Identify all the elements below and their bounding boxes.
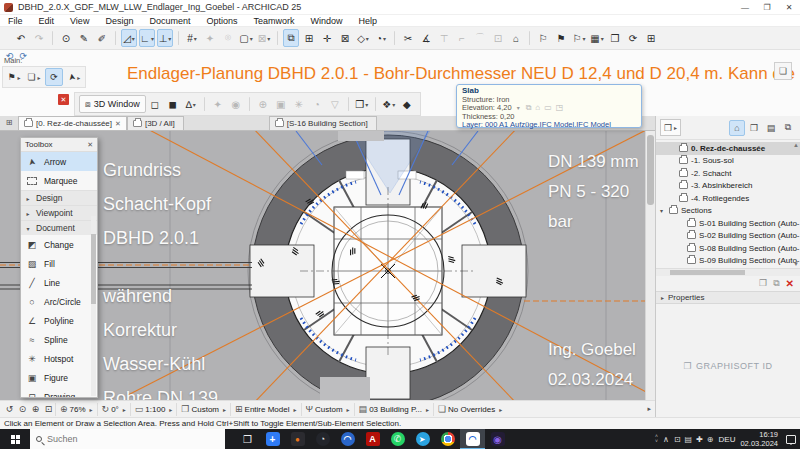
- favorites-cloud-icon[interactable]: ⚐: [571, 29, 587, 47]
- tree-item[interactable]: 0. Rez-de-chaussée: [656, 142, 800, 155]
- pan-zoom-icon[interactable]: ⊙: [58, 29, 74, 47]
- tab-overview-icon[interactable]: ⊞: [0, 116, 18, 130]
- undo-icon[interactable]: ↶: [13, 29, 29, 47]
- redo-icon[interactable]: ↷: [31, 29, 47, 47]
- toolbox-tool[interactable]: ≈ Spline: [21, 330, 97, 349]
- tooltip-zone-icon[interactable]: ⌂: [535, 104, 540, 113]
- tree-expand-icon[interactable]: ▾: [660, 207, 666, 214]
- camera-icon[interactable]: ▣: [273, 95, 289, 113]
- sun-icon[interactable]: ✳: [291, 95, 307, 113]
- wireframe-icon[interactable]: ◻: [147, 95, 163, 113]
- toolbox-tool[interactable]: ∠ Polyline: [21, 311, 97, 330]
- navigator-delete-icon[interactable]: ✕: [786, 278, 794, 289]
- project-chooser-button[interactable]: ❐: [660, 119, 681, 136]
- minimize-button[interactable]: —: [734, 0, 756, 15]
- menu-item[interactable]: Edit: [31, 15, 63, 27]
- toolbox-tool[interactable]: ○ Arc/Circle: [21, 292, 97, 311]
- archicad-active-icon[interactable]: ◠: [460, 429, 485, 449]
- toolbox-tool[interactable]: ▣ Figure: [21, 368, 97, 387]
- tree-item[interactable]: S-02 Building Section (Auto-: [656, 230, 800, 243]
- view-map-icon[interactable]: ❐: [746, 120, 762, 136]
- layout-book-icon[interactable]: ▤: [763, 120, 779, 136]
- menu-item[interactable]: Help: [351, 15, 386, 27]
- start-button[interactable]: [0, 429, 30, 449]
- arrow-tool-icon[interactable]: ➤: [65, 68, 83, 86]
- toolbox-tool[interactable]: ▸ Viewpoint: [21, 205, 97, 220]
- toolbox-tool[interactable]: ➤ Arrow: [21, 152, 97, 171]
- walk-icon[interactable]: ✦: [210, 95, 226, 113]
- tree-item[interactable]: S-01 Building Section (Auto-: [656, 217, 800, 230]
- add-3d-view-icon[interactable]: ◆: [399, 95, 415, 113]
- adobe-reader-icon[interactable]: A: [360, 429, 385, 449]
- tray-display-icon[interactable]: ▤: [685, 435, 693, 444]
- toolbox-tool[interactable]: ✳ Hotspot: [21, 349, 97, 368]
- archicad-launcher-icon[interactable]: ◠: [335, 429, 360, 449]
- favorites-palette-icon[interactable]: ⚑: [5, 68, 23, 86]
- save-favorite-icon[interactable]: ⚑: [553, 29, 569, 47]
- tray-network-icon[interactable]: ⊕: [707, 435, 714, 444]
- menu-item[interactable]: File: [0, 15, 31, 27]
- view-tab[interactable]: [3D / All]: [127, 116, 184, 130]
- menu-item[interactable]: View: [62, 15, 97, 27]
- publisher-icon[interactable]: ⧉: [780, 120, 796, 136]
- shaded-icon[interactable]: ◼: [165, 95, 181, 113]
- adjust-icon[interactable]: ∡: [418, 29, 434, 47]
- recorder-app-icon[interactable]: ●: [285, 429, 310, 449]
- renovation-filter-control[interactable]: ▤ 03 Building P...: [354, 403, 433, 416]
- 3d-styles-icon[interactable]: ❖: [381, 95, 397, 113]
- snap-point-icon[interactable]: ⌾: [220, 29, 236, 47]
- search-input[interactable]: [47, 434, 197, 444]
- resize-icon[interactable]: ⊡: [490, 29, 506, 47]
- look-around-icon[interactable]: ◉: [228, 95, 244, 113]
- tree-horizontal-scrollbar[interactable]: [656, 268, 800, 276]
- orientation-control[interactable]: ↻ 0°: [97, 403, 130, 416]
- explode-icon[interactable]: ⊠: [337, 29, 353, 47]
- scale-control[interactable]: ▭ 1:100: [130, 403, 177, 416]
- layer-combination-control[interactable]: ❐ Custom: [176, 403, 230, 416]
- favorites-icon[interactable]: ⚐: [535, 29, 551, 47]
- tree-item[interactable]: -3. Absinkbereich: [656, 180, 800, 193]
- tooltip-pickup-icon[interactable]: ⧉: [526, 104, 532, 113]
- toolbox-tool[interactable]: Marquee: [21, 171, 97, 190]
- tree-item[interactable]: -1. Sous-sol: [656, 155, 800, 168]
- toolbox-tool[interactable]: ╱ Line: [21, 273, 97, 292]
- pick-up-parameters-icon[interactable]: ✎: [76, 29, 92, 47]
- marquee-options-icon[interactable]: ▢: [238, 29, 254, 47]
- photos-app-icon[interactable]: ◉: [485, 429, 510, 449]
- morph-icon[interactable]: ◇: [355, 29, 371, 47]
- views-palette-icon[interactable]: ❏: [25, 68, 43, 86]
- tooltip-settings-icon[interactable]: ◳: [556, 104, 564, 113]
- zoom-in-icon[interactable]: ⊕: [29, 404, 42, 414]
- toolbox-tool[interactable]: ▸ Design: [21, 190, 97, 205]
- graphic-override-control[interactable]: ❏ No Overrides: [433, 403, 506, 416]
- obs-app-icon[interactable]: ◔: [310, 429, 335, 449]
- lock-icon[interactable]: ⊠: [256, 29, 272, 47]
- scrollbar-thumb[interactable]: [647, 135, 654, 205]
- virtual-trace-icon[interactable]: ◔: [373, 29, 389, 47]
- toolbox-scrollbar[interactable]: [91, 216, 96, 396]
- guide-lines-icon[interactable]: ◿: [121, 29, 137, 47]
- tree-item[interactable]: S-08 Building Section (Auto-: [656, 242, 800, 255]
- optionsbar-overflow-icon[interactable]: ▸: [647, 405, 651, 413]
- clock[interactable]: 16:19 02.03.2024: [740, 430, 778, 448]
- toolbox-close-icon[interactable]: ✕: [87, 141, 93, 149]
- menu-item[interactable]: Window: [302, 15, 350, 27]
- view-tab[interactable]: [S-16 Building Section]: [269, 116, 377, 130]
- properties-section[interactable]: Properties: [656, 291, 800, 304]
- toolbox-tool[interactable]: ⊡ Drawing: [21, 387, 97, 398]
- navigator-settings-icon[interactable]: ❐: [759, 278, 767, 288]
- trim-icon[interactable]: ⊤: [436, 29, 452, 47]
- task-view-icon[interactable]: ❐: [235, 429, 260, 449]
- tray-device-icon[interactable]: ⊡: [674, 435, 681, 444]
- orbit-3d-icon[interactable]: ⊕: [255, 95, 271, 113]
- tree-item[interactable]: S-09 Building Section (Auto-: [656, 255, 800, 268]
- view-tab[interactable]: [0. Rez-de-chaussée] ✕: [18, 116, 127, 130]
- 3d-layers-icon[interactable]: ❐: [354, 95, 370, 113]
- drag-icon[interactable]: ✛: [319, 29, 335, 47]
- tree-item[interactable]: -4. Rotliegendes: [656, 192, 800, 205]
- rebuild-icon[interactable]: ⟳: [625, 29, 641, 47]
- extend-icon[interactable]: ⌐: [454, 29, 470, 47]
- show-all-icon[interactable]: ❐: [607, 29, 623, 47]
- scroll-arrows-icon[interactable]: ˄˅: [655, 434, 658, 444]
- snap-grid-icon[interactable]: #: [184, 29, 200, 47]
